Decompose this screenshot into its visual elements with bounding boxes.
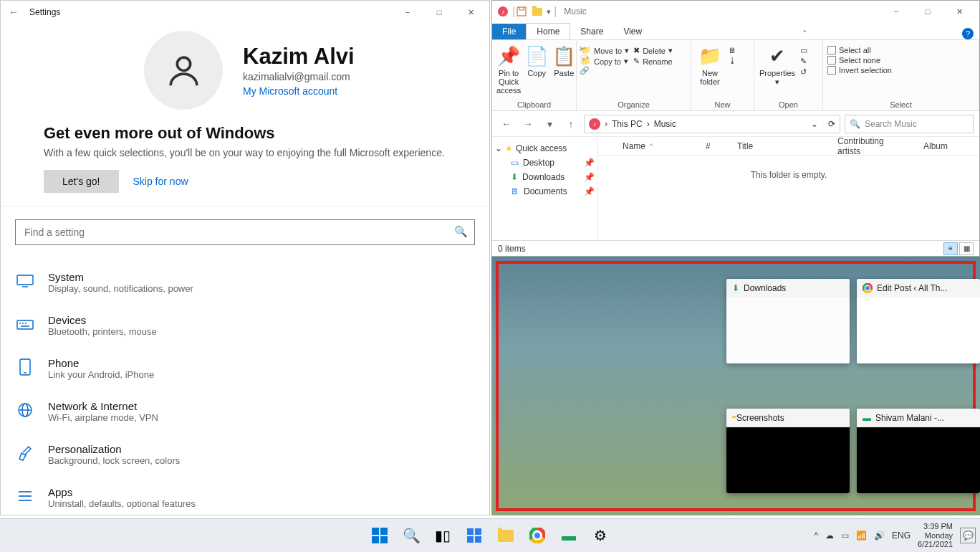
nav-back-button[interactable]: ← bbox=[498, 115, 515, 133]
col-album[interactable]: Album bbox=[916, 141, 979, 151]
profile-email: kazimalialvi@gmail.com bbox=[243, 71, 355, 82]
explorer-maximize-button[interactable]: □ bbox=[912, 1, 943, 22]
start-button[interactable] bbox=[368, 523, 392, 548]
copy-icon: 📄 bbox=[525, 43, 548, 69]
category-network[interactable]: Network & InternetWi-Fi, airplane mode, … bbox=[15, 390, 475, 433]
invert-selection-button[interactable]: Invert selection bbox=[827, 66, 892, 75]
icons-view-button[interactable]: ▦ bbox=[959, 242, 974, 255]
promo-heading: Get even more out of Windows bbox=[44, 124, 446, 143]
svg-rect-28 bbox=[475, 536, 481, 543]
tab-view[interactable]: View bbox=[613, 24, 652, 39]
settings-search-input[interactable] bbox=[15, 219, 475, 245]
col-title[interactable]: Title bbox=[730, 141, 830, 151]
back-button[interactable]: ← bbox=[4, 6, 24, 18]
battery-icon[interactable]: ▭ bbox=[841, 530, 849, 541]
svg-rect-22 bbox=[380, 528, 388, 535]
quick-access-header[interactable]: ⌄★Quick access bbox=[495, 141, 595, 156]
moveto-button[interactable]: 📁Move to▾ bbox=[581, 46, 629, 55]
history-icon: ↺ bbox=[800, 67, 807, 77]
rename-button[interactable]: ✎Rename bbox=[633, 57, 673, 66]
nav-documents[interactable]: 🗎Documents📌 bbox=[495, 184, 595, 199]
maximize-button[interactable]: □ bbox=[423, 2, 455, 22]
nav-desktop[interactable]: ▭Desktop📌 bbox=[495, 156, 595, 170]
nav-forward-button[interactable]: → bbox=[519, 115, 537, 133]
properties-button[interactable]: ✔Properties▾ bbox=[759, 43, 796, 87]
widgets-button[interactable] bbox=[462, 523, 486, 548]
tab-share[interactable]: Share bbox=[570, 24, 613, 39]
copyto-button[interactable]: 📁Copy to▾ bbox=[581, 57, 629, 66]
chrome-icon bbox=[863, 283, 873, 293]
col-name[interactable]: Name^ bbox=[598, 141, 698, 151]
skip-link[interactable]: Skip for now bbox=[133, 176, 188, 187]
tray-expand-icon[interactable]: ^ bbox=[814, 530, 818, 541]
svg-rect-18 bbox=[517, 7, 526, 16]
clock[interactable]: 3:39 PM Monday 6/21/2021 bbox=[918, 522, 953, 549]
history-button[interactable]: ↺ bbox=[800, 67, 807, 77]
new-item-button[interactable]: 🗎 bbox=[729, 46, 736, 54]
select-none-button[interactable]: Select none bbox=[827, 56, 892, 65]
volume-icon[interactable]: 🔊 bbox=[874, 530, 885, 541]
details-view-button[interactable]: ≡ bbox=[943, 242, 958, 255]
snap-thumb-chat[interactable]: ▬Shivam Malani -... bbox=[857, 409, 980, 493]
nav-downloads[interactable]: ⬇Downloads📌 bbox=[495, 170, 595, 184]
settings-taskbar-icon[interactable]: ⚙ bbox=[588, 523, 612, 548]
easy-access-button[interactable]: ⭳ bbox=[729, 56, 736, 65]
close-button[interactable]: ✕ bbox=[455, 2, 486, 22]
tab-file[interactable]: File bbox=[492, 24, 526, 39]
category-apps[interactable]: AppsUninstall, defaults, optional featur… bbox=[15, 476, 475, 515]
wifi-icon[interactable]: 📶 bbox=[856, 530, 867, 541]
nav-up-button[interactable]: ↑ bbox=[562, 115, 580, 133]
delete-icon: ✖ bbox=[633, 46, 640, 55]
chevron-down-icon[interactable]: ⌄ bbox=[811, 119, 818, 129]
lets-go-button[interactable]: Let's go! bbox=[44, 170, 119, 193]
category-list: SystemDisplay, sound, notifications, pow… bbox=[15, 261, 475, 515]
category-devices[interactable]: DevicesBluetooth, printers, mouse bbox=[15, 304, 475, 347]
snap-thumb-editpost[interactable]: Edit Post ‹ All Th... bbox=[857, 279, 980, 363]
save-icon[interactable] bbox=[515, 5, 528, 18]
breadcrumb-leaf[interactable]: Music bbox=[654, 119, 676, 129]
copy-button[interactable]: 📄Copy bbox=[525, 43, 548, 77]
status-bar: 0 items ≡ ▦ bbox=[492, 240, 979, 256]
explorer-titlebar: ♪ | ▾ | Music − □ ✕ bbox=[492, 1, 979, 22]
folder-search[interactable]: 🔍 Search Music bbox=[845, 115, 974, 133]
category-phone[interactable]: PhoneLink your Android, iPhone bbox=[15, 347, 475, 390]
tab-home[interactable]: Home bbox=[526, 23, 570, 39]
search-button[interactable]: 🔍 bbox=[399, 523, 423, 548]
edit-button[interactable]: ✎ bbox=[800, 57, 807, 66]
paste-button[interactable]: 📋Paste bbox=[552, 43, 575, 77]
explorer-close-button[interactable]: ✕ bbox=[943, 1, 975, 22]
keyboard-icon bbox=[15, 314, 35, 334]
select-all-button[interactable]: Select all bbox=[827, 46, 892, 54]
nav-recent-dropdown[interactable]: ▾ bbox=[541, 115, 558, 133]
delete-button[interactable]: ✖Delete▾ bbox=[633, 46, 673, 55]
language-indicator[interactable]: ENG bbox=[892, 530, 911, 541]
breadcrumb-root[interactable]: This PC bbox=[612, 119, 643, 129]
settings-title: Settings bbox=[29, 7, 60, 17]
notifications-button[interactable]: 💬 bbox=[960, 528, 976, 543]
category-personalization[interactable]: PersonalizationBackground, lock screen, … bbox=[15, 433, 475, 476]
account-link[interactable]: My Microsoft account bbox=[243, 85, 355, 97]
open-button[interactable]: ▭ bbox=[800, 46, 807, 55]
help-icon[interactable]: ? bbox=[962, 28, 974, 39]
explorer-taskbar-icon[interactable] bbox=[494, 523, 518, 548]
task-view-button[interactable]: ▮▯ bbox=[431, 523, 455, 548]
category-system[interactable]: SystemDisplay, sound, notifications, pow… bbox=[15, 261, 475, 304]
folder-quickaccess-icon[interactable] bbox=[531, 5, 544, 18]
address-bar[interactable]: ♪ › This PC › Music ⌄ ⟳ bbox=[584, 115, 840, 133]
col-artists[interactable]: Contributing artists bbox=[830, 136, 916, 156]
snap-thumb-screenshots[interactable]: Screenshots bbox=[726, 409, 850, 493]
refresh-icon[interactable]: ⟳ bbox=[828, 119, 835, 129]
chat-taskbar-icon[interactable]: ▬ bbox=[557, 523, 581, 548]
chrome-taskbar-icon[interactable] bbox=[525, 523, 549, 548]
pin-quickaccess-button[interactable]: 📌Pin to Quick access bbox=[496, 43, 521, 95]
explorer-minimize-button[interactable]: − bbox=[880, 1, 912, 22]
new-folder-button[interactable]: 📁New folder bbox=[696, 43, 724, 86]
onedrive-icon[interactable]: ☁ bbox=[825, 530, 834, 541]
col-number[interactable]: # bbox=[698, 141, 730, 151]
chevron-down-icon: ⌄ bbox=[495, 143, 502, 153]
ribbon-collapse-icon[interactable]: ˄ bbox=[802, 29, 807, 39]
snap-thumb-downloads[interactable]: ⬇Downloads bbox=[726, 279, 850, 363]
minimize-button[interactable]: − bbox=[392, 2, 423, 22]
svg-rect-21 bbox=[372, 528, 379, 535]
svg-rect-1 bbox=[17, 275, 33, 285]
